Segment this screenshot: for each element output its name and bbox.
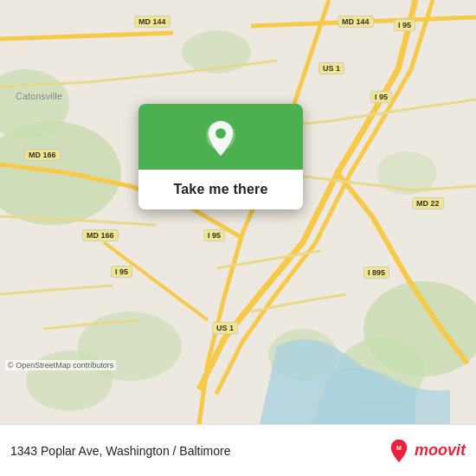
location-pin-icon <box>202 119 240 158</box>
road-label-i95-mid-right: I 95 <box>370 91 392 103</box>
road-label-i95-top-right: I 95 <box>394 19 415 31</box>
road-label-us1-bottom: US 1 <box>212 322 238 334</box>
svg-text:Catonsville: Catonsville <box>16 91 62 101</box>
location-popup: Take me there <box>138 104 303 209</box>
moovit-brand-text: moovit <box>415 441 466 460</box>
svg-text:M: M <box>396 445 402 451</box>
road-label-md166-left: MD 166 <box>24 149 61 161</box>
road-label-us1-top: US 1 <box>318 62 344 74</box>
road-label-i895: I 895 <box>363 267 389 279</box>
svg-point-15 <box>215 128 226 138</box>
road-label-md22: MD 22 <box>412 197 444 209</box>
road-label-md166-lower: MD 166 <box>82 229 119 241</box>
map-copyright: © OpenStreetMap contributors <box>5 360 116 370</box>
moovit-logo: M moovit <box>387 439 466 463</box>
road-label-i95-left: I 95 <box>111 266 132 278</box>
bottom-bar: 1343 Poplar Ave, Washington / Baltimore … <box>0 424 476 476</box>
take-me-there-button[interactable]: Take me there <box>138 170 303 209</box>
address-label: 1343 Poplar Ave, Washington / Baltimore <box>10 444 230 458</box>
road-label-md144-right: MD 144 <box>338 16 374 28</box>
moovit-pin-icon: M <box>387 439 411 463</box>
road-label-md144-left: MD 144 <box>134 16 170 28</box>
road-label-i95-center: I 95 <box>203 229 225 241</box>
popup-icon-area <box>138 104 303 170</box>
map-view[interactable]: Arbutus Catonsville MD 144 MD 144 US 1 I… <box>0 0 476 424</box>
